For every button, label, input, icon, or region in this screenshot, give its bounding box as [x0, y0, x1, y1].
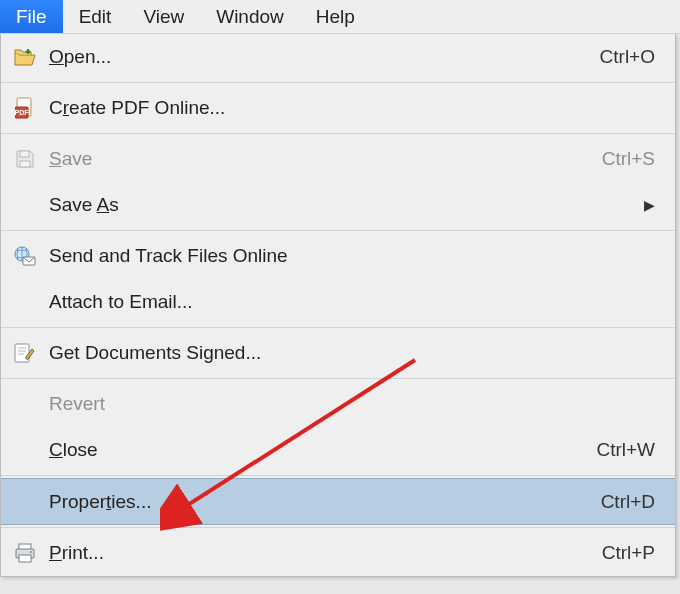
separator [1, 82, 675, 83]
submenu-arrow-icon: ▶ [644, 197, 655, 213]
svg-rect-3 [20, 151, 29, 157]
menu-close-label: Close [49, 439, 596, 461]
menubar-file[interactable]: File [0, 0, 63, 33]
menubar-view-label: View [143, 6, 184, 28]
menu-get-signed[interactable]: Get Documents Signed... [1, 330, 675, 376]
menubar-file-label: File [16, 6, 47, 28]
menu-properties-label: Properties... [49, 491, 601, 513]
menu-print[interactable]: Print... Ctrl+P [1, 530, 675, 576]
menubar-help-label: Help [316, 6, 355, 28]
menubar-view[interactable]: View [127, 0, 200, 33]
menu-open[interactable]: Open... Ctrl+O [1, 34, 675, 80]
menu-send-track[interactable]: Send and Track Files Online [1, 233, 675, 279]
menu-save-shortcut: Ctrl+S [602, 148, 655, 170]
menu-attach-email-label: Attach to Email... [49, 291, 655, 313]
svg-text:PDF: PDF [15, 109, 29, 116]
menu-open-label: Open... [49, 46, 600, 68]
separator [1, 378, 675, 379]
menu-create-pdf-label: Create PDF Online... [49, 97, 655, 119]
menubar-edit-label: Edit [79, 6, 112, 28]
save-icon [1, 149, 49, 169]
send-track-icon [1, 246, 49, 266]
separator [1, 327, 675, 328]
file-menu: Open... Ctrl+O PDF Create PDF Online... … [0, 34, 676, 577]
menu-send-track-label: Send and Track Files Online [49, 245, 655, 267]
menu-close[interactable]: Close Ctrl+W [1, 427, 675, 473]
menu-save-as[interactable]: Save As ▶ [1, 182, 675, 228]
sign-icon [1, 343, 49, 363]
menu-revert: Revert [1, 381, 675, 427]
menu-save-label: Save [49, 148, 602, 170]
separator [1, 133, 675, 134]
separator [1, 527, 675, 528]
print-icon [1, 543, 49, 563]
menu-properties[interactable]: Properties... Ctrl+D [1, 478, 675, 525]
menubar: File Edit View Window Help [0, 0, 680, 34]
menu-print-label: Print... [49, 542, 602, 564]
svg-rect-10 [19, 555, 31, 562]
menubar-help[interactable]: Help [300, 0, 371, 33]
svg-point-11 [30, 551, 32, 553]
pdf-icon: PDF [1, 97, 49, 119]
menu-properties-shortcut: Ctrl+D [601, 491, 655, 513]
separator [1, 230, 675, 231]
menu-print-shortcut: Ctrl+P [602, 542, 655, 564]
svg-rect-4 [20, 161, 30, 167]
menubar-window[interactable]: Window [200, 0, 300, 33]
menu-attach-email[interactable]: Attach to Email... [1, 279, 675, 325]
menu-save: Save Ctrl+S [1, 136, 675, 182]
open-icon [1, 47, 49, 67]
menu-close-shortcut: Ctrl+W [596, 439, 655, 461]
menubar-window-label: Window [216, 6, 284, 28]
menu-open-shortcut: Ctrl+O [600, 46, 655, 68]
menu-create-pdf-online[interactable]: PDF Create PDF Online... [1, 85, 675, 131]
separator [1, 475, 675, 476]
menubar-edit[interactable]: Edit [63, 0, 128, 33]
menu-save-as-label: Save As [49, 194, 636, 216]
menu-revert-label: Revert [49, 393, 655, 415]
menu-get-signed-label: Get Documents Signed... [49, 342, 655, 364]
